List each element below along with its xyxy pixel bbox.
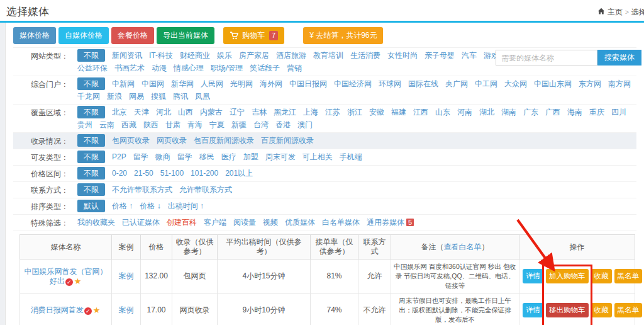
filter-option[interactable]: 客户端 [204,216,226,229]
filter-option[interactable]: 微商 [155,151,170,163]
filter-option[interactable]: P2P [112,151,126,163]
filter-option[interactable]: 房产家居 [239,49,269,62]
filter-option[interactable]: 允许带联系方式 [179,183,232,196]
filter-option[interactable]: 包网页收录 [112,134,150,147]
remove-from-cart-button[interactable]: 移出购物车 [546,303,589,317]
filter-option[interactable]: 吉林 [252,106,267,118]
filter-option[interactable]: 江苏 [325,106,340,118]
filter-option[interactable]: 201以上 [225,167,253,180]
filter-option[interactable]: 中国网 [142,77,164,90]
cart-button[interactable]: 购物车7 [223,27,284,44]
filter-option[interactable]: 江西 [413,106,428,118]
filter-option[interactable]: 云南 [99,118,114,131]
filter-option[interactable]: 酒店旅游 [276,49,306,62]
filter-option[interactable]: 上海 [303,106,318,118]
filter-option[interactable]: 环球网 [379,77,401,90]
filter-option[interactable]: 河北 [156,106,171,118]
filter-option[interactable]: 通用券媒体5 [367,216,414,229]
filter-option[interactable]: 周末可发 [265,151,296,163]
filter-option[interactable]: 重庆 [589,106,604,118]
filter-option[interactable]: 加盟 [243,151,258,163]
media-price-button[interactable]: 媒体价格 [13,27,56,44]
filter-option[interactable]: 网页收录 [157,134,187,147]
filter-option[interactable]: 山西 [178,106,193,118]
media-name-link[interactable]: 消费日报网首发 [31,305,84,314]
filter-option[interactable]: 海南 [567,106,582,118]
filter-option[interactable]: 情感心理 [174,62,204,74]
case-link[interactable]: 案例 [119,271,134,280]
case-link[interactable]: 案例 [119,305,134,314]
search-media-button[interactable]: 搜索媒体 [597,50,641,66]
search-input[interactable] [496,50,597,66]
filter-option[interactable]: 中新网 [112,77,135,90]
filter-option[interactable]: 澳门 [297,118,313,131]
filter-option[interactable]: 中国日报网 [289,77,327,90]
filter-option[interactable]: 湖南 [501,106,516,118]
filter-option[interactable]: 天津 [134,106,149,118]
filter-option-selected[interactable]: 不限 [77,183,105,196]
filter-option[interactable]: 千龙网 [77,90,100,103]
filter-option[interactable]: 广东 [523,106,538,118]
filter-option[interactable]: 教育培训 [313,49,343,62]
filter-option[interactable]: 搜狐 [151,90,166,103]
filter-option-selected[interactable]: 不限 [77,106,105,118]
filter-option[interactable]: 凤凰 [195,90,210,103]
filter-option[interactable]: 光明网 [230,77,253,90]
filter-option[interactable]: 网易 [129,90,144,103]
filter-option[interactable]: 青海 [187,118,203,131]
filter-option[interactable]: 山东 [435,106,450,118]
filter-option[interactable]: 人民网 [201,77,223,90]
blacklist-button[interactable]: 黑名单 [614,303,643,317]
filter-option[interactable]: 甘肃 [165,118,180,131]
filter-option-selected[interactable]: 不限 [77,167,105,180]
filter-option[interactable]: 内蒙古 [200,106,223,118]
filter-option[interactable]: 手机端 [340,151,362,163]
filter-option[interactable]: 留学 [133,151,148,163]
filter-option[interactable]: 海外网 [260,77,282,90]
filter-option[interactable]: 东方网 [579,77,601,90]
filter-option[interactable]: 南方网 [608,77,631,90]
filter-option[interactable]: 阅读量 [233,216,256,229]
filter-option[interactable]: 浙江 [347,106,362,118]
filter-option[interactable]: 宁夏 [209,118,225,131]
filter-option[interactable]: 出稿时间 ↑ [168,200,204,212]
filter-option[interactable]: 黑龙江 [274,106,296,118]
filter-option[interactable]: 公益环保 [77,62,108,74]
favorite-button[interactable]: 收藏 [591,269,612,283]
filter-option[interactable]: 中国山东网 [534,77,572,90]
filter-option[interactable]: 价格 ↓ [140,200,160,212]
filter-option[interactable]: 新疆 [231,118,247,131]
filter-option[interactable]: 51-100 [160,167,184,180]
filter-option[interactable]: 中工网 [475,77,497,90]
filter-option[interactable]: 亲子母婴 [425,49,455,62]
filter-option[interactable]: 动漫 [152,62,167,74]
detail-button[interactable]: 详情 [523,303,543,317]
checkout-button[interactable]: ¥ 去结算，共计96元 [303,27,383,44]
filter-option[interactable]: 101-200 [191,167,218,180]
filter-option-selected[interactable]: 默认 [77,200,105,212]
blacklist-button[interactable]: 黑名单 [614,269,643,283]
filter-option[interactable]: IT-科技 [149,49,173,62]
filter-option[interactable]: 21-50 [134,167,153,180]
filter-option[interactable]: 广西 [545,106,560,118]
filter-option[interactable]: 湖北 [479,106,494,118]
filter-option[interactable]: 新浪 [107,90,122,103]
filter-option[interactable]: 四川 [611,106,626,118]
breadcrumb-home-link[interactable]: 主页 [608,7,623,18]
filter-option[interactable]: 贵州 [77,118,92,131]
filter-option[interactable]: 汽车 [462,49,477,62]
filter-option[interactable]: 辽宁 [230,106,245,118]
filter-option[interactable]: 笑话段子 [250,62,280,74]
filter-option-selected[interactable]: 不限 [77,49,105,62]
filter-option[interactable]: 河南 [457,106,472,118]
filter-option[interactable]: 新闻资讯 [112,49,142,62]
filter-option[interactable]: 大众网 [504,77,527,90]
filter-option[interactable]: 台湾 [253,118,269,131]
filter-option[interactable]: 腾讯 [173,90,188,103]
filter-option[interactable]: 留学 [177,151,192,163]
filter-option[interactable]: 财经商业 [180,49,210,62]
filter-option[interactable]: 中国经济网 [334,77,372,90]
filter-option-selected[interactable]: 不限 [77,151,105,163]
filter-option[interactable]: 女性时尚 [387,49,418,62]
filter-option[interactable]: 国际在线 [408,77,438,90]
